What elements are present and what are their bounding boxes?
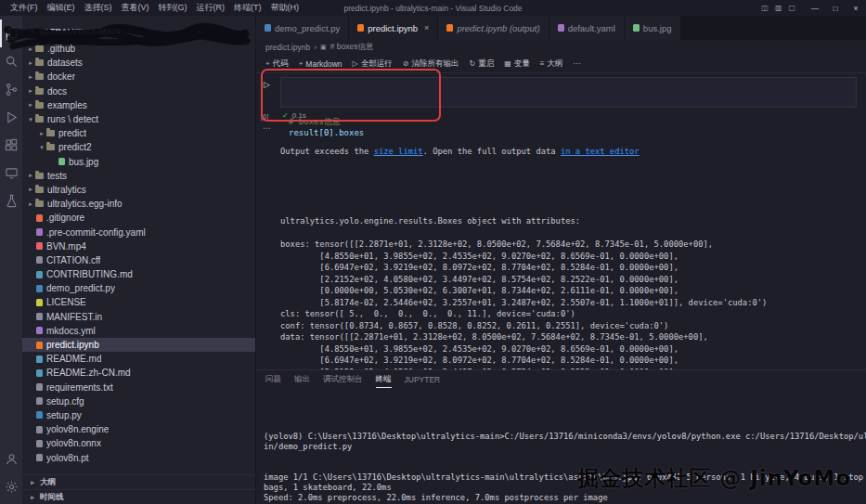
toolbar-button-label: 重启: [478, 58, 494, 70]
file-icon: [36, 256, 43, 264]
account-icon[interactable]: [0, 445, 22, 472]
tree-item[interactable]: ▸ .github: [22, 42, 255, 56]
tree-item[interactable]: README.zh-CN.md: [22, 366, 255, 380]
tree-item[interactable]: ▸ docs: [22, 84, 255, 98]
notebook-toolbar-button[interactable]: ▦ 变量: [504, 58, 530, 70]
tree-item[interactable]: .gitignore: [22, 211, 255, 225]
menu-item[interactable]: 查看(V): [117, 2, 154, 14]
minimize-button[interactable]: —: [805, 0, 825, 16]
panel-tab[interactable]: JUPYTER: [405, 370, 441, 388]
tree-item-label: predict: [58, 128, 86, 138]
breadcrumb-cell[interactable]: # boxes信息: [330, 42, 374, 53]
editor-tab[interactable]: demo_predict.py: [256, 16, 349, 40]
cell-execution-count: [6]: [261, 112, 268, 121]
layout-toggle-icon[interactable]: ▢: [788, 4, 795, 12]
remote-explorer-icon[interactable]: [0, 159, 22, 187]
tree-item[interactable]: yolov8n.onnx: [22, 436, 255, 450]
size-limit-link[interactable]: size limit: [374, 147, 423, 156]
tree-item[interactable]: demo_predict.py: [22, 281, 255, 295]
tree-item[interactable]: setup.cfg: [22, 394, 255, 408]
tree-item-label: examples: [47, 100, 87, 110]
file-icon: [36, 242, 43, 250]
tree-item[interactable]: requirements.txt: [22, 381, 255, 394]
breadcrumb[interactable]: predict.ipynb › ▣ # boxes信息: [256, 40, 866, 55]
layout-toggle-icon[interactable]: ▥: [775, 4, 782, 12]
tree-item[interactable]: ▸ datasets: [22, 56, 255, 70]
tree-item[interactable]: ▸ tests: [22, 169, 255, 183]
tree-item[interactable]: ▸ ultralytics.egg-info: [22, 197, 255, 211]
editor-tab[interactable]: bus.jpg: [625, 16, 681, 40]
explorer-icon[interactable]: [0, 19, 22, 47]
tree-item[interactable]: ▸ predict: [22, 126, 255, 140]
tree-item[interactable]: mkdocs.yml: [22, 324, 255, 338]
tree-item[interactable]: yolov8n.pt: [22, 450, 255, 464]
tree-chevron-icon: ▸: [26, 172, 35, 179]
tree-item-label: README.zh-CN.md: [46, 368, 131, 378]
text-editor-link[interactable]: in a text editor: [561, 147, 640, 156]
explorer-root-header[interactable]: ▾ ULTRALYTICS-MAIN: [22, 23, 255, 40]
source-control-icon[interactable]: [0, 75, 22, 103]
breadcrumb-separator: ›: [314, 43, 317, 52]
editor-tab[interactable]: default.yaml: [549, 16, 625, 40]
notebook-toolbar-button[interactable]: + Markdown: [299, 59, 343, 69]
tree-item-label: demo_predict.py: [46, 283, 115, 293]
tree-item[interactable]: MANIFEST.in: [22, 310, 255, 324]
run-debug-icon[interactable]: [0, 103, 22, 131]
editor-tab[interactable]: predict.ipynb ×: [349, 16, 438, 40]
menu-item[interactable]: 终端(T): [229, 2, 266, 14]
menu-item[interactable]: 选择(S): [80, 2, 117, 14]
notebook-toolbar-button[interactable]: ▷ 全部运行: [353, 58, 393, 70]
close-button[interactable]: ×: [846, 0, 866, 16]
output-line: boxes: tensor([[2.2871e+01, 2.3128e+02, …: [280, 239, 862, 251]
search-icon[interactable]: [0, 47, 22, 75]
tree-item[interactable]: ▸ docker: [22, 70, 255, 84]
layout-toggle-icon[interactable]: ◫: [761, 4, 769, 12]
tree-item-label: CONTRIBUTING.md: [46, 269, 133, 279]
tree-item[interactable]: bus.jpg: [22, 155, 255, 169]
tree-item[interactable]: BVN.mp4: [22, 239, 255, 253]
tree-item[interactable]: .pre-commit-config.yaml: [22, 225, 255, 239]
breadcrumb-file[interactable]: predict.ipynb: [265, 43, 310, 52]
notebook-toolbar-button[interactable]: ≡ 大纲: [540, 58, 563, 70]
tree-item[interactable]: ▸ examples: [22, 98, 255, 112]
maximize-button[interactable]: □: [825, 0, 846, 16]
notebook-toolbar-button[interactable]: ⋯: [573, 59, 583, 68]
panel-tab[interactable]: 调试控制台: [323, 370, 363, 388]
notebook-toolbar-button[interactable]: ↻ 重启: [469, 58, 494, 70]
tree-item[interactable]: CONTRIBUTING.md: [22, 267, 255, 281]
tree-item[interactable]: ▾ predict2: [22, 140, 255, 154]
notebook-toolbar-button[interactable]: ⊘ 清除所有输出: [403, 58, 459, 70]
settings-gear-icon[interactable]: [0, 472, 22, 500]
tree-item[interactable]: predict.ipynb: [22, 338, 255, 352]
tree-item[interactable]: ▾ runs \ detect: [22, 112, 255, 126]
notebook-toolbar-button[interactable]: + 代码: [265, 58, 289, 70]
tree-item[interactable]: yolov8n.engine: [22, 422, 255, 436]
menu-item[interactable]: 文件(F): [6, 2, 43, 14]
panel-tab[interactable]: 输出: [294, 370, 310, 388]
menu-item[interactable]: 转到(G): [154, 2, 192, 14]
watermark-text: 掘金技术社区 @ JinYoMo: [577, 464, 851, 493]
tree-item[interactable]: ▸ ultralytics: [22, 183, 255, 197]
folder-icon: [46, 130, 55, 136]
extensions-icon[interactable]: [0, 131, 22, 159]
panel-tab[interactable]: 终端: [376, 370, 392, 388]
menu-item[interactable]: 编辑(E): [43, 2, 80, 14]
testing-icon[interactable]: [0, 187, 22, 214]
cell-code-editor[interactable]: # boxes信息result[0].boxes: [280, 77, 857, 108]
tree-item[interactable]: setup.py: [22, 408, 255, 422]
layout-toggle-group: ◫▥▢: [761, 4, 805, 12]
tree-item[interactable]: LICENSE: [22, 295, 255, 309]
run-cell-button[interactable]: ▷: [264, 80, 270, 89]
editor-tab[interactable]: predict.ipynb (output): [438, 16, 549, 40]
output-line: [280, 227, 862, 239]
menu-item[interactable]: 帮助(H): [266, 2, 304, 14]
output-overflow-icon[interactable]: ⋯: [263, 123, 271, 133]
sidebar-section-header[interactable]: ▸ 大纲: [22, 474, 255, 489]
panel-tab[interactable]: 问题: [265, 370, 281, 388]
sidebar-section-header[interactable]: ▸ 时间线: [22, 489, 255, 504]
menu-item[interactable]: 运行(R): [192, 2, 230, 14]
file-icon: [36, 214, 43, 222]
tree-item[interactable]: README.md: [22, 352, 255, 366]
tree-item[interactable]: CITATION.cff: [22, 253, 255, 267]
tab-close-icon[interactable]: ×: [424, 23, 429, 32]
